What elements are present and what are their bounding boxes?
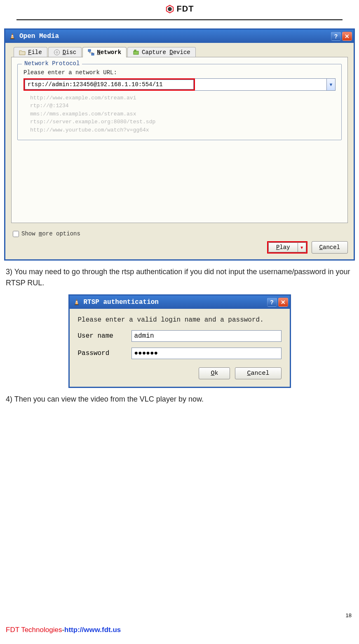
rtsp-auth-dialog: RTSP authentication ? ✕ Please enter a v…	[68, 294, 291, 388]
auth-button-row: Ok Cancel	[78, 367, 282, 379]
close-button[interactable]: ✕	[278, 298, 288, 307]
tabs: File Disc Network Capture Device	[11, 47, 348, 57]
tab-capture[interactable]: Capture Device	[127, 47, 196, 57]
capture-icon	[133, 49, 139, 56]
svg-rect-10	[134, 51, 138, 54]
show-more-row: Show more options	[13, 230, 348, 237]
footer-url: http://www.fdt.us	[64, 626, 121, 634]
svg-rect-8	[88, 49, 91, 52]
url-dropdown-button[interactable]: ▼	[326, 78, 336, 91]
svg-rect-14	[75, 301, 77, 302]
open-media-body: File Disc Network Capture Device Network	[5, 43, 354, 260]
help-button[interactable]: ?	[267, 298, 277, 307]
username-label: User name	[78, 332, 131, 340]
tab-file[interactable]: File	[14, 47, 47, 57]
footer-brand: FDT Technologies	[6, 626, 62, 634]
cancel-button[interactable]: Cancel	[235, 367, 281, 379]
auth-titlebar: RTSP authentication ? ✕	[70, 296, 290, 309]
svg-point-7	[56, 52, 58, 53]
example-line: http://www.example.com/stream.avi	[30, 94, 336, 102]
help-button[interactable]: ?	[331, 32, 341, 41]
folder-icon	[19, 49, 26, 56]
titlebar-controls: ? ✕	[267, 298, 290, 307]
svg-rect-11	[134, 50, 136, 51]
cancel-button[interactable]: Cancel	[312, 241, 348, 254]
page-header: FDT	[0, 0, 359, 18]
auth-body: Please enter a valid login name and a pa…	[70, 309, 290, 387]
network-panel: Network Protocol Please enter a network …	[11, 57, 348, 223]
titlebar-controls: ? ✕	[331, 32, 354, 41]
url-highlight	[23, 78, 195, 91]
auth-title: RTSP authentication	[84, 298, 159, 306]
example-line: http://www.yourtube.com/watch?v=gg64x	[30, 126, 336, 134]
fieldset-legend: Network Protocol	[22, 60, 82, 67]
open-media-titlebar: Open Media ? ✕	[5, 30, 354, 43]
network-protocol-fieldset: Network Protocol Please enter a network …	[17, 64, 342, 141]
play-dropdown-button[interactable]: ▼	[298, 242, 306, 252]
example-line: mms://mms.examples.com/stream.asx	[30, 110, 336, 118]
svg-rect-13	[74, 304, 79, 305]
footer: FDT Technologies-http://www.fdt.us	[6, 626, 121, 634]
vlc-cone-icon	[9, 33, 16, 40]
page-number: 18	[346, 612, 352, 618]
show-more-checkbox[interactable]	[13, 231, 19, 237]
svg-marker-2	[11, 33, 14, 38]
example-line: rtsp://server.example.org:8080/test.sdp	[30, 118, 336, 126]
password-row: Password	[78, 348, 282, 359]
svg-rect-15	[75, 303, 78, 303]
network-icon	[88, 49, 94, 56]
brand-logo: FDT	[165, 4, 194, 14]
password-label: Password	[78, 350, 131, 357]
close-button[interactable]: ✕	[342, 32, 352, 41]
step-3-text: 3) You may need to go through the rtsp a…	[6, 266, 353, 289]
url-row: ▼	[23, 78, 336, 91]
dialog-button-row: Play ▼ Cancel	[11, 241, 348, 254]
svg-rect-3	[10, 38, 15, 39]
url-field-extension[interactable]	[195, 78, 326, 91]
svg-rect-9	[92, 53, 94, 55]
vlc-cone-icon	[73, 298, 80, 306]
password-input[interactable]	[131, 348, 282, 359]
tab-disc[interactable]: Disc	[48, 47, 82, 57]
play-button-highlight: Play ▼	[267, 241, 307, 254]
username-row: User name	[78, 330, 282, 342]
url-examples: http://www.example.com/stream.avi rtp://…	[30, 94, 336, 134]
url-prompt: Please enter a network URL:	[23, 69, 336, 76]
open-media-title: Open Media	[19, 33, 59, 40]
step-4-text: 4) Then you can view the video from the …	[6, 394, 353, 405]
svg-rect-4	[12, 35, 14, 36]
example-line: rtp://@:1234	[30, 102, 336, 110]
svg-rect-5	[11, 36, 14, 37]
play-button[interactable]: Play	[268, 242, 298, 252]
brand-hex-icon	[165, 5, 174, 14]
network-url-input[interactable]	[25, 80, 194, 89]
tab-network[interactable]: Network	[82, 47, 127, 57]
auth-prompt: Please enter a valid login name and a pa…	[78, 316, 282, 324]
disc-icon	[54, 49, 60, 56]
page-content: Open Media ? ✕ File Disc Network	[0, 20, 359, 405]
ok-button[interactable]: Ok	[199, 367, 230, 379]
open-media-dialog: Open Media ? ✕ File Disc Network	[4, 28, 355, 261]
username-input[interactable]	[131, 330, 282, 342]
brand-text: FDT	[177, 4, 194, 14]
svg-marker-1	[168, 7, 171, 11]
